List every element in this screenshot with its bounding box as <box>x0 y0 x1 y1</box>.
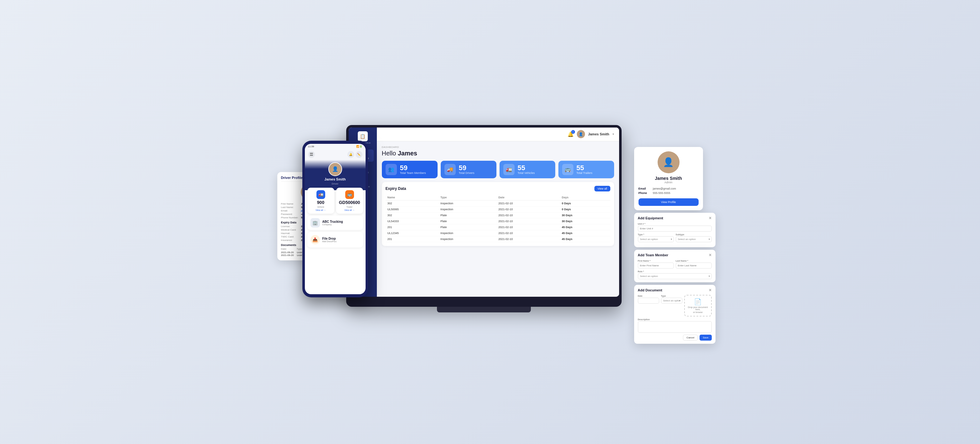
cell-type: Inspection <box>439 230 496 236</box>
logo-icon: 📋 <box>358 131 368 141</box>
add-document-form: Add Document ✕ Date 2021-09-20 Type Sele… <box>634 285 716 344</box>
vehicle-icon: 🚛 <box>317 190 325 199</box>
phone-header-icons: 🔔 ✏️ <box>347 151 363 158</box>
unit-number-input[interactable] <box>638 225 712 232</box>
type-label: Type <box>661 295 682 297</box>
phone-company-card: 🏢 ABC Trucking Company <box>307 216 363 230</box>
last-name-input[interactable] <box>676 263 712 268</box>
role-select-wrapper: Select an option <box>638 273 712 279</box>
description-textarea[interactable] <box>638 321 712 333</box>
profile-phone-row: Phone 555-555-5555 <box>638 192 698 195</box>
password-label: Password: <box>281 213 300 216</box>
first-name-label: First Name: <box>281 203 300 205</box>
table-row: UL54333 Plate 2021-02-10 30 Days <box>386 218 610 224</box>
stat-label: Total Team Members <box>400 171 426 174</box>
cell-type: Inspection <box>439 200 496 206</box>
col-days: Days <box>560 195 610 201</box>
close-equipment-form-button[interactable]: ✕ <box>709 216 712 220</box>
form-header: Add Equipment ✕ <box>638 216 712 220</box>
email-value: james@gmail.com <box>653 187 676 190</box>
name-row: First Name * Last Name * <box>638 260 712 268</box>
edit-icon-btn[interactable]: ✏️ <box>356 151 363 158</box>
stat-number: 55 <box>576 165 592 171</box>
view-all-trailer[interactable]: View all → <box>344 209 355 211</box>
doc-type-select-wrapper: Select an option <box>661 298 682 303</box>
type-group: Type Select an option <box>661 295 682 316</box>
table-row: 201 Plate 2021-02-10 45 Days <box>386 224 610 230</box>
view-profile-button[interactable]: View Profile <box>638 198 698 206</box>
table-row: UL50065 Inspection 2021-02-10 0 Days <box>386 206 610 212</box>
expiry-card: Expiry Data View all Name Type Date Days <box>382 182 614 246</box>
save-button[interactable]: Save <box>700 335 711 340</box>
file-drop-title: File Drop <box>322 237 337 240</box>
greeting-text: Hello <box>382 150 398 157</box>
cell-name: 201 <box>386 224 439 230</box>
phone-user-role: Driver <box>332 182 338 185</box>
phone-file-drop[interactable]: 📥 File Drop Add Docs/Pics <box>307 232 363 248</box>
stat-number: 59 <box>400 165 426 171</box>
form-title: Add Equipment <box>638 216 663 220</box>
stat-label: Total Vehicles <box>518 171 535 174</box>
phone: 11:39 📶🔋 🔔 ✏️ 👤 James Smith Driver <box>302 141 368 297</box>
first-name-input[interactable] <box>638 263 674 268</box>
doc-type-select[interactable]: Select an option <box>661 298 682 303</box>
view-all-button[interactable]: View all <box>594 186 610 192</box>
hamburger-line <box>310 155 313 156</box>
table-row: 302 Plate 2021-02-10 30 Days <box>386 212 610 218</box>
cell-days: 0 Days <box>560 200 610 206</box>
table-row: 201 Inspection 2021-02-10 45 Days <box>386 236 610 242</box>
laptop: 📋 Digital Permit Book ⊞ Dashboard 🚛 Equi… <box>346 125 622 307</box>
profile-role: Admin <box>638 181 698 184</box>
last-name-label: Last Name: <box>281 206 300 209</box>
form-header: Add Team Member ✕ <box>638 253 712 257</box>
type-subtype-row: Type * Select an option Subtype Select a… <box>638 233 712 242</box>
stat-info: 55 Total Trailers <box>576 165 592 174</box>
cell-name: UL12345 <box>386 230 439 236</box>
hamburger-line <box>310 154 313 155</box>
col-name: Name <box>386 195 439 201</box>
right-panel: 👤 James Smith Admin Email james@gmail.co… <box>634 147 716 344</box>
phone-time: 11:39 <box>308 145 314 148</box>
type-select[interactable]: Select an option <box>638 236 674 242</box>
phone-header: 🔔 ✏️ <box>305 149 366 160</box>
cell-days: 45 Days <box>560 224 610 230</box>
role-select[interactable]: Select an option <box>638 273 712 279</box>
stat-number: 59 <box>459 165 474 171</box>
hamburger-button[interactable] <box>308 151 315 158</box>
close-document-form-button[interactable]: ✕ <box>709 288 712 292</box>
stat-label: Total Trailers <box>576 171 592 174</box>
company-building-icon: 🏢 <box>310 218 320 227</box>
phone-vehicle-card: 🚛 900 Vehicle View all → <box>307 188 334 214</box>
form-btn-row: Cancel Save <box>638 335 712 340</box>
company-sub: Company <box>322 224 343 225</box>
notification-bell[interactable]: 🔔 1 <box>568 131 574 137</box>
stats-row: 👥 59 Total Team Members 🚚 59 Total Drive… <box>382 161 614 178</box>
doc-upload-area[interactable]: 📄 Drop your document here, or browse <box>684 295 712 316</box>
subtype-group: Subtype Select an option <box>676 233 712 242</box>
file-drop-icon: 📥 <box>310 235 320 244</box>
date-input[interactable]: 2021-09-20 <box>638 298 659 303</box>
stat-label: Total Drivers <box>459 171 474 174</box>
cell-name: UL50065 <box>386 206 439 212</box>
view-all-vehicle[interactable]: View all → <box>315 209 326 211</box>
upload-file-icon: 📄 <box>694 298 702 305</box>
form-header: Add Document ✕ <box>638 288 712 292</box>
description-label: Description <box>638 318 712 321</box>
cell-type: Plate <box>439 212 496 218</box>
close-team-member-form-button[interactable]: ✕ <box>709 253 712 257</box>
stat-card-drivers: 🚚 59 Total Drivers <box>441 161 496 178</box>
cell-date: 2021-02-10 <box>496 236 560 242</box>
file-drop-info: File Drop Add Docs/Pics <box>322 237 337 243</box>
date-group: Date 2021-09-20 <box>638 295 659 316</box>
trailer-label: Trailer <box>347 206 353 208</box>
phone-user-section: 👤 James Smith Driver <box>305 160 366 190</box>
cell-name: 201 <box>386 236 439 242</box>
last-name-group: Last Name * <box>676 260 712 268</box>
cell-days: 30 Days <box>560 218 610 224</box>
subtype-select[interactable]: Select an option <box>676 236 712 242</box>
cancel-button[interactable]: Cancel <box>683 335 698 340</box>
bell-icon-btn[interactable]: 🔔 <box>347 151 354 158</box>
phone-status-bar: 11:39 📶🔋 <box>305 144 366 149</box>
type-group: Type * Select an option <box>638 233 674 242</box>
cell-type: Plate <box>439 218 496 224</box>
